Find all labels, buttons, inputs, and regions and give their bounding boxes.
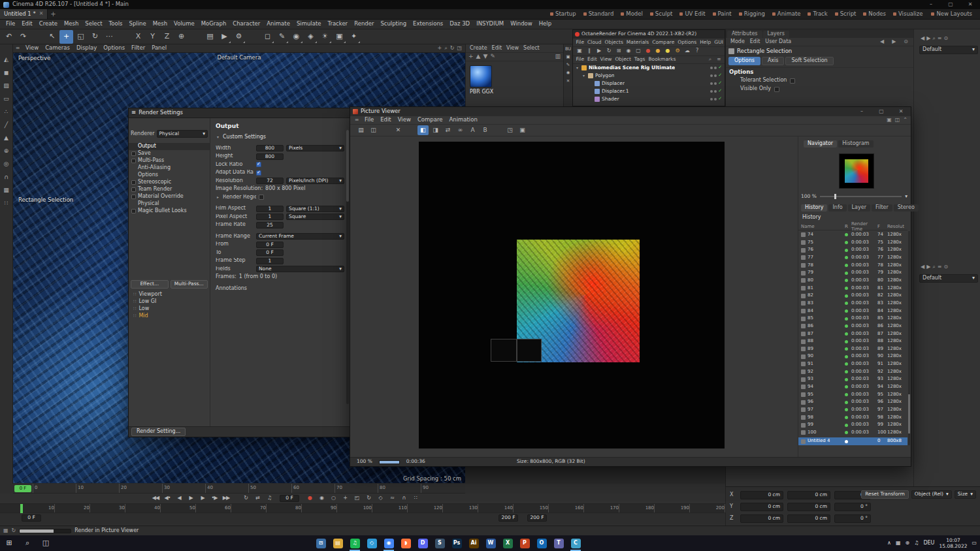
viewport-menu-item[interactable]: Options bbox=[100, 45, 128, 51]
navigator-thumbnail[interactable] bbox=[839, 153, 874, 189]
layout-tab[interactable]: Animate bbox=[770, 10, 804, 18]
info-tab[interactable]: Stereo bbox=[894, 204, 919, 212]
edit-material-icon[interactable]: ✎ bbox=[490, 54, 495, 60]
rotation-field[interactable]: 0 ° bbox=[834, 514, 871, 523]
play-button[interactable]: ▶ bbox=[186, 494, 196, 503]
menu-item[interactable]: Help bbox=[536, 20, 555, 27]
chevron-down-icon[interactable]: ▾ bbox=[905, 194, 907, 199]
object-manager-menu-item[interactable]: View bbox=[598, 57, 613, 62]
add-camera-button[interactable]: ▣ bbox=[333, 30, 346, 44]
history-row[interactable]: 78 0:00:03 78 1280x bbox=[798, 262, 907, 270]
spotify[interactable]: ♫ bbox=[346, 535, 363, 551]
snapshot-icon[interactable]: ▣ bbox=[517, 125, 528, 135]
clock[interactable]: 10:07 15.08.2022 bbox=[939, 537, 967, 549]
history-row[interactable]: 87 0:00:03 87 1280x bbox=[798, 330, 907, 338]
render-settings-nav-item[interactable]: Anti-Aliasing bbox=[129, 165, 210, 172]
to-field[interactable]: 0 F bbox=[256, 249, 284, 256]
tray-display-icon[interactable]: ▦ bbox=[896, 541, 901, 546]
teams[interactable]: T bbox=[550, 535, 567, 551]
timeline-playhead[interactable] bbox=[20, 504, 23, 513]
size-field[interactable]: 0 cm bbox=[787, 503, 830, 511]
quantize-toggle-button[interactable]: ∷ bbox=[410, 494, 421, 503]
document-tab[interactable]: Untitled 1 * ✕ bbox=[0, 9, 48, 19]
picture-viewer-menu-item[interactable]: File bbox=[361, 117, 377, 123]
minimize-button[interactable]: – bbox=[852, 107, 872, 116]
powerpoint[interactable]: P bbox=[516, 535, 533, 551]
ping-pong-button[interactable]: ⇄ bbox=[252, 494, 263, 503]
coordinate-mode-dropdown[interactable]: Object (Rel) ▾ bbox=[911, 490, 952, 499]
octane-menu-item[interactable]: Objects bbox=[603, 40, 625, 45]
picture-viewer-menu-item[interactable]: Edit bbox=[377, 117, 394, 123]
nav-checkbox[interactable] bbox=[131, 159, 136, 163]
film-aspect-dropdown[interactable]: Square (1:1)▾ bbox=[286, 206, 344, 212]
live-selection-tool[interactable]: ↖ bbox=[45, 30, 59, 44]
separator[interactable] bbox=[31, 30, 44, 44]
menu-item[interactable]: Volume bbox=[171, 20, 198, 27]
dock-icon[interactable]: ▣ bbox=[887, 118, 892, 123]
history-forward-icon[interactable]: ▶ bbox=[889, 39, 898, 45]
search-icon[interactable]: ⌕ bbox=[708, 57, 713, 62]
pan-view-icon[interactable]: + bbox=[438, 46, 442, 52]
render-settings-nav-item[interactable]: Team Render bbox=[129, 186, 210, 193]
collapse-icon[interactable]: ▾ bbox=[216, 135, 220, 140]
menu-item[interactable]: Animate bbox=[263, 20, 293, 27]
nav-checkbox[interactable] bbox=[131, 180, 136, 185]
coordinate-system[interactable]: ⊕ bbox=[174, 30, 188, 44]
history-row[interactable]: 83 0:00:03 83 1280x bbox=[798, 300, 907, 307]
y-axis-lock[interactable]: Y bbox=[146, 30, 159, 44]
history-row[interactable]: 80 0:00:03 80 1280x bbox=[798, 277, 907, 285]
start-button[interactable]: ⊞ bbox=[0, 535, 18, 551]
layout-tab[interactable]: UV Edit bbox=[677, 10, 708, 18]
history-row[interactable]: 82 0:00:03 82 1280x bbox=[798, 292, 907, 300]
pick-icon[interactable]: ✎ bbox=[566, 63, 570, 67]
side-tab[interactable]: Navigator bbox=[804, 140, 837, 148]
close-button[interactable]: ✕ bbox=[960, 0, 980, 9]
section-tab[interactable]: Options bbox=[728, 57, 760, 65]
history-row[interactable]: 97 0:00:03 97 1280x bbox=[798, 406, 907, 414]
cloud-icon[interactable]: ☁ bbox=[683, 47, 692, 55]
frame-range-dropdown[interactable]: Current Frame▾ bbox=[256, 233, 344, 240]
section-tab[interactable]: Soft Selection bbox=[785, 57, 833, 65]
back-icon[interactable]: ◀ bbox=[921, 36, 924, 42]
record-pla-button[interactable]: ≈ bbox=[387, 494, 397, 503]
prev-frame-button[interactable]: ◀ bbox=[174, 494, 184, 503]
attributes-menu-item[interactable]: Edit bbox=[747, 39, 763, 45]
lock-resolution-icon[interactable]: ⊞ bbox=[614, 47, 623, 55]
material-menu-item[interactable]: Create bbox=[468, 46, 489, 52]
texture-mode[interactable]: ▨ bbox=[1, 81, 12, 91]
scale-tool[interactable]: ◱ bbox=[74, 30, 88, 44]
menu-item[interactable]: Daz 3D bbox=[446, 20, 473, 27]
lock-icon[interactable]: ⊙ bbox=[944, 264, 949, 270]
edges-mode[interactable]: ╱ bbox=[1, 120, 12, 131]
object-manager-menu-item[interactable]: Object bbox=[613, 57, 632, 62]
set-image-a-icon[interactable]: A bbox=[467, 125, 478, 135]
target-icon[interactable]: ◉ bbox=[566, 71, 570, 75]
position-field[interactable]: 0 cm bbox=[740, 503, 783, 511]
viewport-menu-item[interactable]: Panel bbox=[148, 45, 170, 51]
file-explorer[interactable]: ▤ bbox=[329, 535, 346, 551]
compare-swap-icon[interactable]: ⇄ bbox=[442, 125, 453, 135]
outlook[interactable]: O bbox=[533, 535, 550, 551]
history-row[interactable]: 88 0:00:03 88 1280x bbox=[798, 338, 907, 345]
zoom-view-icon[interactable]: ⌕ bbox=[444, 46, 447, 52]
burger-icon[interactable]: ≡ bbox=[131, 110, 136, 116]
attributes-tab[interactable]: Layers bbox=[763, 31, 789, 38]
viewport-menu-item[interactable]: Filter bbox=[128, 45, 148, 51]
delete-material-icon[interactable]: ▥ bbox=[555, 54, 561, 60]
octane-menu-item[interactable]: File bbox=[574, 40, 586, 45]
object-manager-menu-item[interactable]: Tags bbox=[632, 57, 647, 62]
history-row[interactable]: 81 0:00:03 81 1280x bbox=[798, 285, 907, 292]
render-visibility-dot[interactable] bbox=[714, 67, 717, 69]
vscode[interactable]: ◇ bbox=[363, 535, 380, 551]
history-row[interactable]: 86 0:00:03 86 1280x bbox=[798, 323, 907, 330]
menu-icon[interactable]: ≡ bbox=[938, 36, 942, 42]
render-settings-nav-item[interactable]: Save bbox=[129, 150, 210, 157]
history-row[interactable]: 89 0:00:03 89 1280x bbox=[798, 345, 907, 353]
octane-menu-item[interactable]: Options bbox=[676, 40, 698, 45]
section-tab[interactable]: Axis bbox=[762, 57, 785, 65]
zoom-slider-thumb[interactable] bbox=[834, 194, 836, 199]
viewport-menu-item[interactable]: Cameras bbox=[42, 45, 73, 51]
menu-item[interactable]: Window bbox=[507, 20, 536, 27]
object-item[interactable]: ▾ Polygon ✓ bbox=[573, 72, 725, 80]
octane-menu-item[interactable]: Help bbox=[698, 40, 713, 45]
